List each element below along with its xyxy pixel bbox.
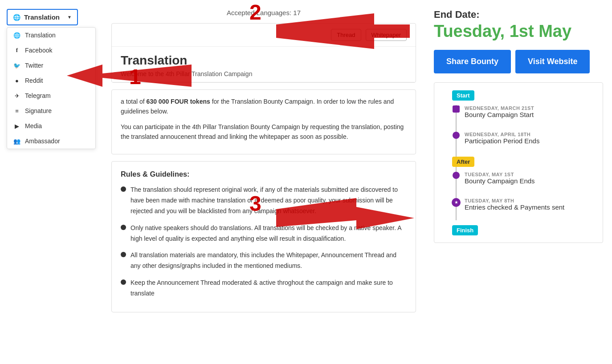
bullet-2 <box>121 225 126 230</box>
menu-item-telegram[interactable]: ✈ Telegram <box>7 88 95 103</box>
timeline-info-3: TUESDAY, MAY 1ST Bounty Campaign Ends <box>465 172 535 185</box>
twitter-icon: 🐦 <box>13 62 20 69</box>
ambassador-icon: 👥 <box>13 138 20 145</box>
finish-badge: Finish <box>452 225 478 235</box>
after-badge: After <box>452 157 474 167</box>
menu-item-reddit[interactable]: ● Reddit <box>7 73 95 88</box>
campaign-subtitle: Welcome to the 4th Pillar Translation Ca… <box>121 70 407 77</box>
timeline-date-4: TUESDAY, MAY 8TH <box>465 198 564 203</box>
dropdown-menu: 🌐 Translation f Facebook 🐦 Twitter ● Red… <box>7 27 96 149</box>
timeline-event-4: ★ TUESDAY, MAY 8TH Entries checked & Pay… <box>448 198 564 211</box>
menu-item-media[interactable]: ▶ Media <box>7 118 95 133</box>
menu-item-media-label: Media <box>25 122 42 129</box>
timeline-info-1: WEDNESDAY, MARCH 21ST Bounty Campaign St… <box>465 105 534 118</box>
participation-text: You can participate in the 4th Pillar Tr… <box>121 122 407 142</box>
rule-text-2: Only native speakers should do translati… <box>131 223 407 244</box>
after-badge-wrapper: After <box>452 158 474 165</box>
translation-icon: 🌐 <box>13 14 20 21</box>
timeline-date-1: WEDNESDAY, MARCH 21ST <box>465 105 534 111</box>
content-card-1: Thread Whitepaper Translation Welcome to… <box>111 23 416 83</box>
sidebar: 🌐 Translation ▼ 🌐 Translation f Facebook… <box>0 0 102 364</box>
menu-item-ambassador[interactable]: 👥 Ambassador <box>7 133 95 149</box>
timeline-title-2: Participation Period Ends <box>465 137 539 145</box>
bullet-3 <box>121 252 126 257</box>
intro-text: a total of 630 000 FOUR tokens for the T… <box>121 97 407 117</box>
telegram-icon: ✈ <box>13 93 20 99</box>
timeline-dot-2 <box>453 132 460 139</box>
rule-item-4: Keep the Announcement Thread moderated &… <box>121 278 407 299</box>
bullet-4 <box>121 279 126 285</box>
timeline-finish-badge: Finish <box>452 226 478 234</box>
timeline-date-2: WEDNESDAY, APRIL 18TH <box>465 132 539 137</box>
chevron-down-icon: ▼ <box>67 15 72 20</box>
timeline-info-4: TUESDAY, MAY 8TH Entries checked & Payme… <box>465 198 564 211</box>
whitepaper-button[interactable]: Whitepaper <box>366 29 407 41</box>
rules-title: Rules & Guidelines: <box>121 168 407 181</box>
menu-item-translation[interactable]: 🌐 Translation <box>7 28 95 43</box>
timeline-event-1: WEDNESDAY, MARCH 21ST Bounty Campaign St… <box>448 105 534 118</box>
translation-menu-icon: 🌐 <box>13 32 20 39</box>
rule-item-3: All translation materials are mandatory,… <box>121 250 407 271</box>
timeline-title-3: Bounty Campaign Ends <box>465 177 535 185</box>
accepted-languages-label: Accepted Languages: 17 <box>227 9 301 16</box>
menu-item-facebook[interactable]: f Facebook <box>7 43 95 58</box>
menu-item-ambassador-label: Ambassador <box>25 138 60 145</box>
media-icon: ▶ <box>13 123 20 129</box>
menu-item-translation-label: Translation <box>25 32 56 39</box>
menu-item-signature-label: Signature <box>25 107 52 114</box>
rule-text-4: Keep the Announcement Thread moderated &… <box>131 278 407 299</box>
timeline-dot-3 <box>453 172 460 179</box>
timeline-info-2: WEDNESDAY, APRIL 18TH Participation Peri… <box>465 132 539 145</box>
timeline: Start WEDNESDAY, MARCH 21ST Bounty Campa… <box>448 92 589 234</box>
rule-item-1: The translation should represent origina… <box>121 185 407 216</box>
timeline-event-3: TUESDAY, MAY 1ST Bounty Campaign Ends <box>448 172 535 185</box>
timeline-dot-1 <box>453 105 460 113</box>
timeline-date-3: TUESDAY, MAY 1ST <box>465 172 535 177</box>
timeline-start-badge: Start <box>452 92 474 99</box>
menu-item-twitter-label: Twitter <box>25 62 43 69</box>
content-card-3: Rules & Guidelines: The translation shou… <box>111 161 416 312</box>
dropdown-trigger-label: Translation <box>24 13 60 21</box>
timeline-card: Start WEDNESDAY, MARCH 21ST Bounty Campa… <box>434 82 603 243</box>
action-buttons: Share Bounty Visit Website <box>434 50 603 73</box>
card-header: Thread Whitepaper <box>112 24 416 47</box>
thread-button[interactable]: Thread <box>331 29 361 41</box>
card-title-section: Translation Welcome to the 4th Pillar Tr… <box>112 47 416 82</box>
dropdown-trigger[interactable]: 🌐 Translation ▼ <box>7 9 78 25</box>
rule-item-2: Only native speakers should do translati… <box>121 223 407 244</box>
end-date-section: End Date: Tuesday, 1st May <box>434 4 603 50</box>
timeline-dot-4: ★ <box>452 198 461 207</box>
end-date-label: End Date: <box>434 9 603 20</box>
rule-text-3: All translation materials are mandatory,… <box>131 250 407 271</box>
start-badge: Start <box>452 90 474 101</box>
timeline-title-4: Entries checked & Payments sent <box>465 203 564 211</box>
token-highlight: 630 000 FOUR tokens <box>147 98 210 105</box>
menu-item-facebook-label: Facebook <box>25 47 52 54</box>
reddit-icon: ● <box>13 77 20 84</box>
content-card-2: a total of 630 000 FOUR tokens for the T… <box>111 89 416 154</box>
menu-item-reddit-label: Reddit <box>25 77 43 84</box>
bullet-1 <box>121 186 126 192</box>
menu-item-telegram-label: Telegram <box>25 92 51 99</box>
timeline-title-1: Bounty Campaign Start <box>465 111 534 118</box>
main-content: Accepted Languages: 17 Thread Whitepaper… <box>102 0 425 364</box>
facebook-icon: f <box>13 47 20 54</box>
rule-text-1: The translation should represent origina… <box>131 185 407 216</box>
right-panel: End Date: Tuesday, 1st May Share Bounty … <box>425 0 612 364</box>
visit-website-button[interactable]: Visit Website <box>515 50 590 73</box>
end-date-value: Tuesday, 1st May <box>434 22 603 41</box>
campaign-title: Translation <box>121 53 407 68</box>
share-bounty-button[interactable]: Share Bounty <box>434 50 511 73</box>
timeline-event-2: WEDNESDAY, APRIL 18TH Participation Peri… <box>448 132 539 145</box>
menu-item-signature[interactable]: ≡ Signature <box>7 103 95 118</box>
top-bar: Accepted Languages: 17 <box>111 4 416 23</box>
signature-icon: ≡ <box>13 108 20 114</box>
menu-item-twitter[interactable]: 🐦 Twitter <box>7 58 95 73</box>
